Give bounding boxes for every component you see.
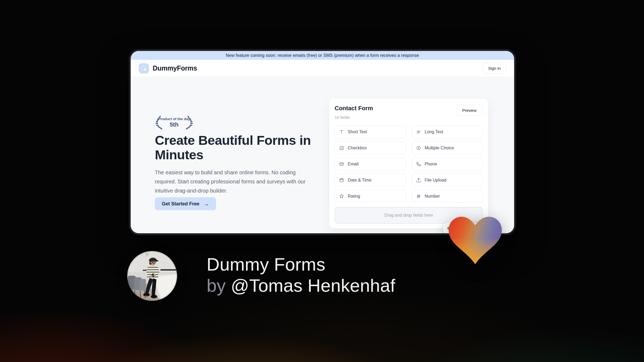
preview-button[interactable]: Preview [456, 105, 483, 116]
byline-prefix: by [207, 275, 226, 295]
heart-icon [449, 217, 502, 265]
field-number[interactable]: Number [412, 190, 483, 203]
hero-title: Create Beautiful Forms in Minutes [155, 133, 324, 162]
hero-description: The easiest way to build and share onlin… [155, 168, 309, 195]
field-multiple-choice[interactable]: Multiple Choice [412, 142, 483, 154]
product-of-the-day-badge: Product of the day 5th [154, 114, 194, 131]
long-text-icon [416, 129, 421, 135]
field-email[interactable]: Email [335, 158, 406, 171]
upload-icon [416, 178, 421, 183]
field-type-grid: Short Text Long Text Checkbox Multiple C… [335, 125, 483, 203]
outro-title: Dummy Forms [207, 254, 395, 275]
browser-window: New feature coming soon: receive emails … [131, 51, 514, 233]
phone-icon [416, 161, 421, 167]
multiple-choice-icon [416, 145, 421, 151]
checkbox-icon [339, 145, 344, 151]
get-started-label: Get Started Free [162, 201, 199, 207]
field-checkbox[interactable]: Checkbox [335, 142, 406, 154]
drop-zone-label: Drag and drop fields here [385, 213, 433, 218]
form-builder-card: Contact Form 10 fields Preview Short Tex… [329, 98, 488, 228]
field-rating[interactable]: Rating [335, 190, 406, 203]
award-label: Product of the day [158, 117, 190, 121]
field-file-upload[interactable]: File Upload [412, 174, 483, 187]
field-phone[interactable]: Phone [412, 158, 483, 171]
hash-icon [416, 194, 421, 199]
field-date-time[interactable]: Date & Time [335, 174, 406, 187]
announcement-banner: New feature coming soon: receive emails … [131, 51, 514, 60]
dummyforms-logo-icon [139, 63, 149, 73]
arrow-right-icon: → [204, 201, 209, 207]
outro-byline: by @Tomas Henkenhaf [207, 275, 395, 296]
award-rank: 5th [170, 121, 179, 128]
star-icon [339, 194, 344, 199]
site-header: DummyForms Sign In [131, 60, 514, 77]
calendar-icon [339, 178, 344, 183]
email-icon [339, 161, 344, 167]
sign-in-button[interactable]: Sign In [483, 63, 506, 73]
brand-name: DummyForms [153, 64, 197, 72]
outro-text: Dummy Forms by @Tomas Henkenhaf [207, 254, 395, 296]
field-long-text[interactable]: Long Text [412, 125, 483, 138]
brand[interactable]: DummyForms [139, 63, 197, 73]
short-text-icon [339, 129, 344, 135]
author-handle: @Tomas Henkenhaf [231, 275, 395, 295]
author-avatar [127, 251, 177, 301]
announcement-text: New feature coming soon: receive emails … [226, 53, 419, 58]
field-short-text[interactable]: Short Text [335, 125, 406, 138]
get-started-button[interactable]: Get Started Free → [155, 197, 216, 210]
